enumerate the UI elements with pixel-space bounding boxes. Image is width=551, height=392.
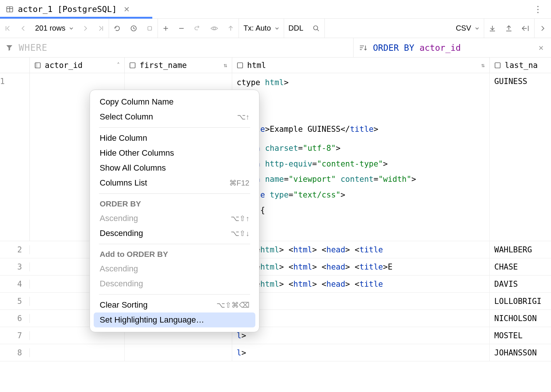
column-icon	[494, 62, 501, 69]
menu-set-highlighting-language[interactable]: Set Highlighting Language…	[94, 312, 255, 327]
column-header-first-name[interactable]: first_name ⇅	[125, 57, 232, 73]
menu-ascending[interactable]: Ascending⌥⇧↑	[94, 211, 255, 226]
filter-icon[interactable]	[5, 44, 13, 52]
row-number: 4	[0, 280, 30, 289]
cell-html[interactable]: l>	[232, 344, 490, 361]
sort-icon[interactable]	[359, 44, 367, 52]
column-context-menu: Copy Column Name Select Column⌥↑ Hide Co…	[90, 90, 259, 332]
prev-page-button[interactable]	[16, 19, 31, 38]
row-count-dropdown[interactable]: 201 rows	[31, 19, 78, 38]
svg-rect-26	[130, 63, 135, 68]
svg-rect-27	[237, 63, 243, 68]
cell-last-name[interactable]: MOSTEL	[490, 327, 551, 344]
stop-button[interactable]	[142, 19, 158, 38]
where-input[interactable]: WHERE	[19, 43, 47, 53]
cell-last-name[interactable]: CHASE	[490, 258, 551, 275]
tab-title: actor_1 [PostgreSQL]	[18, 4, 117, 14]
copy-data-button[interactable]	[517, 19, 534, 38]
separator	[99, 244, 250, 244]
menu-hide-other-columns[interactable]: Hide Other Columns	[94, 146, 255, 161]
chevron-up-icon: ˄	[117, 62, 120, 69]
column-headers: actor_id ˄ first_name ⇅ html ⇅ last_na	[0, 57, 551, 73]
csv-dropdown[interactable]: CSV	[451, 19, 484, 38]
separator	[99, 127, 250, 128]
history-button[interactable]	[125, 19, 142, 38]
cell-last-name[interactable]: JOHANSSON	[490, 344, 551, 361]
svg-point-12	[314, 26, 318, 30]
cell-last-name[interactable]: NICHOLSON	[490, 310, 551, 327]
row-number: 8	[0, 348, 30, 357]
svg-line-13	[317, 29, 319, 31]
cell-last-name[interactable]: WAHLBERG	[490, 241, 551, 258]
svg-rect-25	[35, 63, 37, 68]
table-row[interactable]: 8l>JOHANSSON	[0, 344, 551, 361]
menu-hide-column[interactable]: Hide Column	[94, 131, 255, 146]
more-icon[interactable]: ⋮	[525, 4, 551, 15]
cell-last-name[interactable]: DAVIS	[490, 276, 551, 292]
row-number: 6	[0, 314, 30, 323]
menu-select-column[interactable]: Select Column⌥↑	[94, 109, 255, 124]
menu-show-all-columns[interactable]: Show All Columns	[94, 161, 255, 175]
menu-add-descending[interactable]: Descending	[94, 276, 255, 291]
cell-html[interactable]: ctype html> <html> <head> <title	[232, 276, 490, 292]
preview-button[interactable]	[206, 19, 223, 38]
export-button[interactable]	[484, 19, 501, 38]
cell-html[interactable]: l>	[232, 293, 490, 309]
search-button[interactable]	[308, 19, 324, 38]
row-number: 1	[0, 73, 30, 241]
cell-last-name[interactable]: GUINESS	[490, 73, 551, 241]
last-page-button[interactable]	[93, 19, 109, 38]
menu-add-ascending[interactable]: Ascending	[94, 261, 255, 276]
reload-button[interactable]	[109, 19, 125, 38]
cell-html[interactable]: l>	[232, 327, 490, 344]
menu-columns-list[interactable]: Columns List⌘F12	[94, 175, 255, 190]
cell-last-name[interactable]: LOLLOBRIGI	[490, 293, 551, 309]
row-number: 7	[0, 331, 30, 340]
column-header-html[interactable]: html ⇅	[232, 57, 490, 73]
order-by-clause[interactable]: ORDER BY actor_id	[373, 43, 461, 53]
clear-sort-icon[interactable]: ✕	[536, 43, 546, 52]
cell-first-name[interactable]	[125, 344, 232, 361]
cell-html[interactable]: ctype html>l>d><title>Example GUINESS</t…	[232, 73, 490, 241]
menu-heading-add-to-order-by: Add to ORDER BY	[94, 247, 255, 261]
submit-button[interactable]	[223, 19, 239, 38]
first-page-button[interactable]	[0, 19, 16, 38]
cell-html[interactable]: ctype html> <html> <head> <title>E	[232, 258, 490, 275]
separator	[99, 193, 250, 194]
sort-indicator-icon: ⇅	[481, 62, 485, 69]
sort-indicator-icon: ⇅	[224, 62, 227, 69]
column-icon	[237, 62, 243, 69]
menu-copy-column-name[interactable]: Copy Column Name	[94, 94, 255, 109]
table-row[interactable]: 3ctype html> <html> <head> <title>ECHASE	[0, 258, 551, 276]
key-icon	[34, 62, 41, 69]
cell-actor-id[interactable]	[30, 344, 125, 361]
column-header-last-name[interactable]: last_na	[490, 57, 551, 73]
table-row[interactable]: 7l>MOSTEL	[0, 327, 551, 344]
cell-html[interactable]: ctype html> <html> <head> <title	[232, 241, 490, 258]
remove-row-button[interactable]	[174, 19, 189, 38]
table-icon	[6, 6, 13, 13]
ddl-button[interactable]: DDL	[284, 19, 308, 38]
separator	[99, 294, 250, 295]
table-row[interactable]: 5l>LOLLOBRIGI	[0, 293, 551, 310]
gutter-header	[0, 57, 30, 73]
row-number: 3	[0, 262, 30, 271]
table-row[interactable]: 6l>NICHOLSON	[0, 310, 551, 327]
table-row[interactable]: 2ctype html> <html> <head> <titleWAHLBER…	[0, 241, 551, 258]
tx-dropdown[interactable]: Tx: Auto	[239, 19, 283, 38]
close-icon[interactable]: ✕	[121, 5, 132, 14]
svg-rect-6	[148, 27, 152, 30]
next-page-button[interactable]	[78, 19, 93, 38]
editor-tab[interactable]: actor_1 [PostgreSQL] ✕	[0, 0, 138, 18]
svg-rect-28	[495, 63, 500, 68]
menu-clear-sorting[interactable]: Clear Sorting⌥⇧⌘⌫	[94, 298, 255, 312]
cell-html[interactable]: l>	[232, 310, 490, 327]
column-header-actor-id[interactable]: actor_id ˄	[30, 57, 125, 73]
add-row-button[interactable]	[158, 19, 174, 38]
table-row[interactable]: 1ctype html>l>d><title>Example GUINESS</…	[0, 73, 551, 241]
expand-button[interactable]	[535, 19, 551, 38]
import-button[interactable]	[501, 19, 517, 38]
menu-descending[interactable]: Descending⌥⇧↓	[94, 226, 255, 241]
table-row[interactable]: 4ctype html> <html> <head> <titleDAVIS	[0, 276, 551, 293]
revert-button[interactable]	[189, 19, 206, 38]
